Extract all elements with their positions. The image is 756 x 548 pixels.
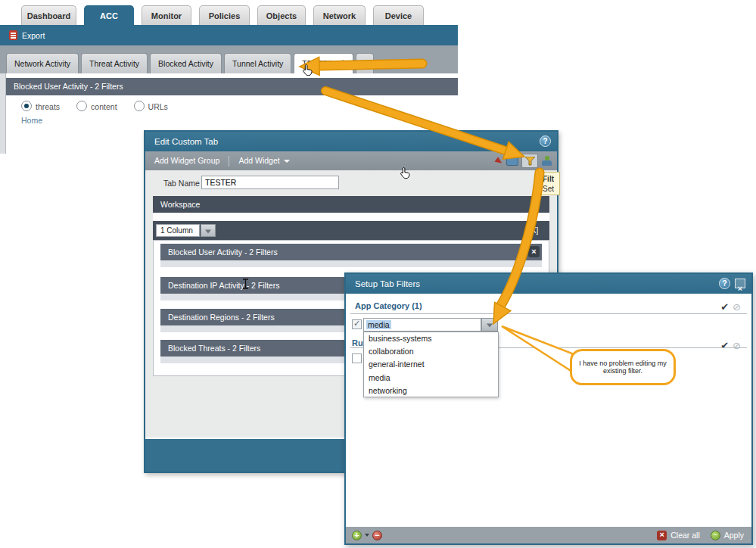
acc-subtabs: Network Activity Threat Activity Blocked… [6,52,374,73]
subtab-tester[interactable]: TESTER [294,53,353,73]
export-link[interactable]: Export [22,31,45,40]
home-link[interactable]: Home [21,116,42,125]
widget-row-blocked-user-activity[interactable]: Blocked User Activity - 2 Filters [160,244,542,260]
option-general-internet[interactable]: general-internet [364,358,498,371]
subtab-blocked-activity[interactable]: Blocked Activity [150,53,222,73]
setup-dialog-titlebar: Setup Tab Filters [346,274,751,294]
tab-filters-icon[interactable] [521,154,538,168]
main-tab-bar: Dashboard ACC Monitor Policies Objects N… [21,5,424,25]
radio-urls[interactable]: URLs [134,101,168,111]
option-business-systems[interactable]: business-systems [364,332,498,345]
section-action-icons [720,300,741,313]
workspace-body [153,213,549,221]
section-divider [350,313,747,314]
subtab-label: Tunnel Activity [232,54,283,74]
user-icon[interactable] [541,156,552,167]
remove-widget-button[interactable] [528,246,540,257]
tab-objects[interactable]: Objects [257,5,306,25]
radio-label: content [91,102,117,111]
subtab-label: TESTER [302,54,333,74]
tab-device[interactable]: Device [373,5,424,25]
funnel-icon [525,157,535,166]
edit-dialog-title: Edit Custom Tab [154,137,218,146]
subtab-network-activity[interactable]: Network Activity [6,53,79,73]
pdf-export-icon [9,30,17,40]
help-icon[interactable] [719,278,730,289]
radio-label: URLs [148,102,168,111]
tab-monitor[interactable]: Monitor [142,5,191,25]
select-all-icon[interactable] [720,338,729,352]
add-widget-button[interactable]: Add Widget [229,151,298,170]
column-group-close[interactable]: [X] [529,226,538,235]
column-select-dropdown-button[interactable] [201,224,216,237]
app-category-section-title: App Category (1) [355,301,422,310]
filter-tooltip: Filt Set [539,172,560,195]
annotation-callout: I have no problem editing my existing fi… [570,349,676,385]
app-category-checkbox[interactable] [352,319,362,329]
apply-icon[interactable] [711,531,720,540]
tab-policies[interactable]: Policies [199,5,250,25]
caret-down-icon[interactable] [365,534,369,537]
select-all-icon[interactable] [720,300,729,313]
tooltip-line1: Filt [543,174,559,184]
radio-group: threats content URLs [21,101,168,111]
blocked-user-activity-bar[interactable]: Blocked User Activity - 2 Filters [6,78,458,95]
radio-label: threats [36,102,60,111]
clear-all-icon[interactable] [657,531,667,540]
add-widget-label: Add Widget [238,156,279,165]
option-collaboration[interactable]: collaboration [364,345,498,358]
combo-selected-value: media [366,320,391,329]
left-panel-sliver [0,73,6,154]
app-category-dropdown-list: business-systems collaboration general-i… [363,332,499,397]
add-widget-group-button[interactable]: Add Widget Group [145,151,229,170]
subtab-threat-activity[interactable]: Threat Activity [81,53,148,73]
workspace-bar: Workspace [153,196,549,213]
setup-dialog-footer: Clear all Apply [346,527,751,543]
red-marker-icon [496,157,503,166]
tab-acc[interactable]: ACC [84,5,134,25]
subtab-label: Blocked Activity [158,54,213,74]
edit-dialog-titlebar: Edit Custom Tab [145,132,557,151]
radio-content[interactable]: content [76,101,117,111]
tab-network[interactable]: Network [313,5,366,25]
column-count-select[interactable]: 1 Column [156,224,200,237]
close-icon[interactable] [735,279,745,288]
rule-checkbox[interactable] [352,353,362,363]
app-category-combobox[interactable]: media [363,318,481,332]
remove-filter-button[interactable] [372,531,382,540]
subtab-stub[interactable] [356,53,374,73]
callout-text: I have no problem editing my existing fi… [578,360,667,375]
tooltip-line2: Set [543,185,554,193]
export-bar: Export [0,25,458,45]
none-icon[interactable] [733,300,741,313]
option-networking[interactable]: networking [364,385,498,397]
subtab-label: Network Activity [14,54,70,74]
setup-tab-filters-dialog: Setup Tab Filters App Category (1) media… [344,272,753,545]
radio-icon [134,101,145,111]
radio-icon [21,101,32,111]
help-icon[interactable] [540,135,551,147]
tab-dashboard[interactable]: Dashboard [21,5,76,25]
clear-all-button[interactable]: Clear all [670,531,700,540]
radio-icon [76,101,87,111]
widget-body-strip [160,260,542,267]
screen: Dashboard ACC Monitor Policies Objects N… [0,0,756,548]
subtab-tunnel-activity[interactable]: Tunnel Activity [224,53,291,73]
apply-button[interactable]: Apply [724,531,744,540]
combo-dropdown-button[interactable] [481,318,498,332]
add-filter-button[interactable] [352,531,362,540]
tab-name-input[interactable] [201,176,339,189]
section-action-icons [720,338,741,352]
subtab-label: Threat Activity [89,54,139,74]
radio-threats[interactable]: threats [21,101,60,111]
edit-tab-pencil-icon[interactable] [338,54,345,74]
setup-dialog-title: Setup Tab Filters [355,279,420,288]
option-media[interactable]: media [364,372,498,385]
toolbar-right-icons [496,154,552,168]
none-icon[interactable] [733,338,741,352]
rule-section-title: Ru [352,338,363,347]
widget-blue-icon[interactable] [506,156,518,166]
caret-down-icon [284,160,290,163]
tab-name-label: Tab Name [163,179,200,188]
